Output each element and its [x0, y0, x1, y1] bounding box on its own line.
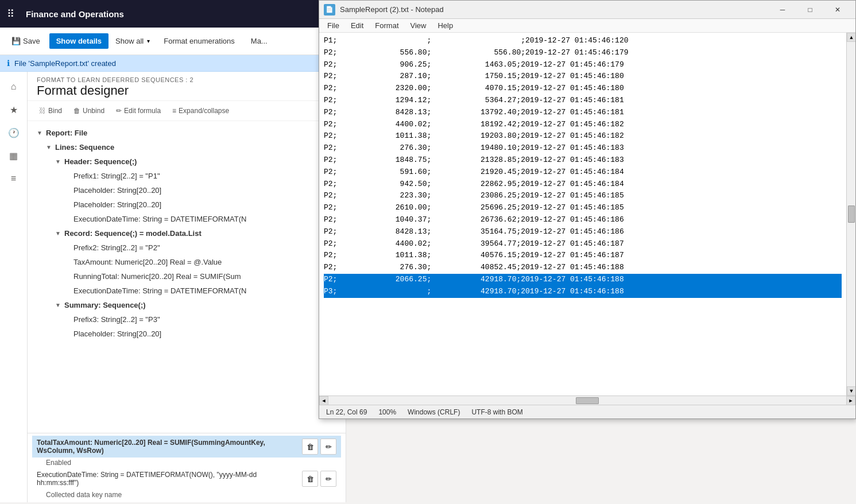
bottom-item-exectime3[interactable]: ExecutionDateTime: String = DATETIMEFORM…: [32, 468, 341, 490]
sidebar-home-icon[interactable]: ⌂: [3, 76, 24, 97]
unbind-button[interactable]: 🗑 Unbind: [69, 104, 109, 117]
notepad-line: P2; 1294.12; 5364.27;2019-12-27 01:45:46…: [324, 95, 842, 107]
h-scrollbar-thumb[interactable]: [576, 397, 599, 404]
format-enumerations-button[interactable]: Format enumerations: [157, 33, 242, 49]
delete-button[interactable]: 🗑: [302, 439, 318, 455]
tree-row-placeholder1[interactable]: Placeholder: String[20..20]: [28, 184, 346, 196]
tree-row-lines[interactable]: ▼ Lines: Sequence: [28, 141, 346, 153]
save-icon: 💾: [11, 37, 21, 45]
notepad-line: P2; 276.30; 40852.45;2019-12-27 01:45:46…: [324, 262, 842, 274]
notepad-statusbar: Ln 22, Col 69 100% Windows (CRLF) UTF-8 …: [319, 405, 855, 418]
show-details-button[interactable]: Show details: [49, 33, 109, 49]
list-item: ▼ Record: Sequence(;) = model.Data.List: [28, 226, 346, 241]
sidebar-table-icon[interactable]: ▦: [3, 145, 24, 166]
cursor-position: Ln 22, Col 69: [326, 408, 367, 416]
tree-row-header[interactable]: ▼ Header: Sequence(;): [28, 156, 346, 168]
vertical-scrollbar[interactable]: ▲ ▼: [846, 33, 855, 396]
edit-button[interactable]: ✏: [320, 439, 336, 455]
tree-row-runningtotal[interactable]: RunningTotal: Numeric[20..20] Real = SUM…: [28, 270, 346, 282]
tree-row-summary[interactable]: ▼ Summary: Sequence(;): [28, 299, 346, 311]
list-item: ExecutionDateTime: String = DATETIMEFORM…: [28, 284, 346, 298]
expand-arrow-icon: ▼: [55, 230, 64, 237]
notepad-line: P2; 1011.38; 40576.15;2019-12-27 01:45:4…: [324, 250, 842, 262]
notepad-line: P2; 4400.02; 39564.77;2019-12-27 01:45:4…: [324, 238, 842, 250]
list-item: ▼ Summary: Sequence(;): [28, 298, 346, 312]
notepad-text-area[interactable]: P1; ; ;2019-12-27 01:45:46:120P2; 556.80…: [319, 33, 846, 396]
manage-button[interactable]: Ma...: [244, 33, 274, 49]
notepad-line: P2; 556.80; 556.80;2019-12-27 01:45:46:1…: [324, 47, 842, 59]
notepad-window: 📄 SampleReport (2).txt - Notepad ─ □ ✕ F…: [319, 0, 856, 419]
scroll-right-button[interactable]: ►: [846, 396, 855, 405]
list-item: Placeholder: String[20..20]: [28, 197, 346, 212]
save-button[interactable]: 💾 Save: [5, 33, 47, 49]
close-button[interactable]: ✕: [824, 1, 851, 19]
sidebar-clock-icon[interactable]: 🕐: [3, 122, 24, 143]
designer-toolbar: ⛓ Bind 🗑 Unbind ✏ Edit formula ≡ Expand/…: [28, 101, 346, 121]
menu-view[interactable]: View: [405, 19, 432, 32]
tree-row-exectime2[interactable]: ExecutionDateTime: String = DATETIMEFORM…: [28, 285, 346, 297]
tree-row-prefix3[interactable]: Prefix3: String[2..2] = "P3": [28, 313, 346, 325]
notepad-line: P1; ; ;2019-12-27 01:45:46:120: [324, 35, 842, 47]
tree-row-placeholder2[interactable]: Placeholder: String[20..20]: [28, 199, 346, 211]
notepad-line: P2; 8428.13; 13792.40;2019-12-27 01:45:4…: [324, 107, 842, 119]
tree-row-prefix2[interactable]: Prefix2: String[2..2] = "P2": [28, 242, 346, 254]
menu-format[interactable]: Format: [369, 19, 404, 32]
notepad-line: P2; 4400.02; 18192.42;2019-12-27 01:45:4…: [324, 119, 842, 131]
expand-icon: ≡: [172, 107, 176, 115]
tree-row-exectime1[interactable]: ExecutionDateTime: String = DATETIMEFORM…: [28, 213, 346, 225]
horizontal-scrollbar[interactable]: ◄ ►: [319, 396, 855, 405]
notepad-line: P2; 2610.00; 25696.25;2019-12-27 01:45:4…: [324, 202, 842, 214]
tree-row-taxamount[interactable]: TaxAmount: Numeric[20..20] Real = @.Valu…: [28, 256, 346, 268]
grid-icon[interactable]: ⠿: [7, 7, 14, 20]
maximize-button[interactable]: □: [797, 1, 823, 19]
show-all-dropdown[interactable]: Show all ▾: [111, 34, 154, 48]
expand-arrow-icon: ▼: [55, 302, 64, 308]
notepad-line: P2; 591.60; 21920.45;2019-12-27 01:45:46…: [324, 166, 842, 179]
notepad-line: P2; 287.10; 1750.15;2019-12-27 01:45:46:…: [324, 71, 842, 83]
scroll-left-button[interactable]: ◄: [319, 396, 328, 405]
scroll-down-button[interactable]: ▼: [847, 386, 855, 396]
tree-row-report[interactable]: ▼ Report: File: [28, 127, 346, 139]
tree-row-record[interactable]: ▼ Record: Sequence(;) = model.Data.List: [28, 227, 346, 239]
list-item: ExecutionDateTime: String = DATETIMEFORM…: [28, 212, 346, 226]
notepad-title: SampleReport (2).txt - Notepad: [340, 5, 769, 14]
edit-formula-button[interactable]: ✏ Edit formula: [111, 104, 165, 117]
pencil-icon: ✏: [116, 107, 122, 115]
list-item: Placeholder: String[20..20]: [28, 327, 346, 341]
expand-arrow-icon: ▼: [46, 144, 55, 150]
designer-subtitle: FORMAT TO LEARN DEFERRED SEQUENCES : 2: [37, 76, 336, 83]
minimize-button[interactable]: ─: [769, 1, 796, 19]
scrollbar-thumb[interactable]: [848, 206, 855, 223]
tree-row-placeholder3[interactable]: Placeholder: String[20..20]: [28, 328, 346, 340]
tree-row-prefix1[interactable]: Prefix1: String[2..2] = "P1": [28, 170, 346, 182]
designer-title: Format designer: [37, 83, 336, 98]
notepad-line: P2; 1040.37; 26736.62;2019-12-27 01:45:4…: [324, 214, 842, 226]
notepad-app-icon: 📄: [324, 4, 335, 15]
list-item: TaxAmount: Numeric[20..20] Real = @.Valu…: [28, 255, 346, 269]
delete-button-2[interactable]: 🗑: [302, 471, 318, 487]
bind-button[interactable]: ⛓ Bind: [34, 104, 67, 117]
notepad-line: P2; 2066.25; 42918.70;2019-12-27 01:45:4…: [324, 274, 842, 286]
notepad-line: P2; 942.50; 22862.95;2019-12-27 01:45:46…: [324, 179, 842, 191]
menu-edit[interactable]: Edit: [345, 19, 369, 32]
list-item: RunningTotal: Numeric[20..20] Real = SUM…: [28, 269, 346, 284]
sidebar-list-icon[interactable]: ≡: [3, 168, 24, 189]
zoom-level: 100%: [378, 408, 396, 416]
bottom-item-actions: 🗑 ✏: [302, 439, 336, 455]
notepad-line: P3; ; 42918.70;2019-12-27 01:45:46:188: [324, 286, 842, 298]
notepad-line: P2; 2320.00; 4070.15;2019-12-27 01:45:46…: [324, 83, 842, 95]
expand-collapse-button[interactable]: ≡ Expand/collapse: [168, 104, 234, 117]
bottom-item-totaltax[interactable]: TotalTaxAmount: Numeric[20..20] Real = S…: [32, 436, 341, 458]
enabled-field: Enabled: [41, 458, 341, 468]
notepad-line: P2; 1848.75; 21328.85;2019-12-27 01:45:4…: [324, 154, 842, 166]
menu-file[interactable]: File: [322, 19, 345, 32]
designer-panel: FORMAT TO LEARN DEFERRED SEQUENCES : 2 F…: [28, 72, 346, 502]
collected-data-key-field: Collected data key name: [41, 490, 341, 500]
menu-help[interactable]: Help: [432, 19, 459, 32]
edit-button-2[interactable]: ✏: [320, 471, 336, 487]
scroll-up-button[interactable]: ▲: [847, 33, 855, 42]
sidebar-star-icon[interactable]: ★: [3, 99, 24, 120]
sidebar-icons: ⌂ ★ 🕐 ▦ ≡: [0, 72, 28, 502]
list-item: Prefix1: String[2..2] = "P1": [28, 169, 346, 183]
designer-header: FORMAT TO LEARN DEFERRED SEQUENCES : 2 F…: [28, 72, 346, 101]
